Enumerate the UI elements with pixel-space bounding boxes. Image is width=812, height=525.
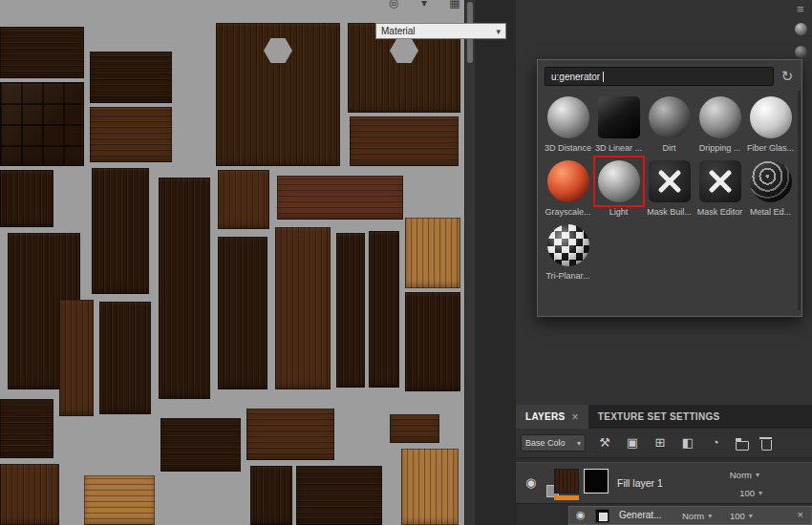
generator-thumbnail bbox=[598, 160, 640, 202]
blend-mode-dropdown[interactable]: Norm▾ bbox=[730, 470, 759, 480]
generator-thumbnail bbox=[649, 96, 691, 138]
generator-item-label: Mask Editor bbox=[694, 207, 745, 217]
close-tab-icon[interactable]: × bbox=[571, 410, 578, 424]
material-mode-dropdown[interactable]: Material ▾ bbox=[375, 23, 506, 39]
texture-plank bbox=[0, 170, 53, 227]
generator-item-mask-buil[interactable]: Mask Buil... bbox=[644, 158, 694, 217]
layer-name: Fill layer 1 bbox=[617, 477, 663, 489]
texture-plank bbox=[277, 176, 403, 220]
view-mode-dropdown-icon[interactable]: ▾ bbox=[417, 0, 432, 11]
viewport-scrollbar[interactable] bbox=[464, 0, 475, 525]
generator-item-label: 3D Distance bbox=[543, 143, 593, 153]
opacity-dropdown[interactable]: 100▾ bbox=[739, 488, 762, 498]
texture-viewport[interactable]: ◎▾▦ bbox=[0, 0, 475, 525]
generator-thumbnail bbox=[547, 160, 589, 202]
texture-plank bbox=[218, 170, 269, 229]
generator-item-label: Tri-Planar... bbox=[543, 271, 593, 281]
generator-grid: 3D Distance3D Linear ...DirtDripping ...… bbox=[538, 90, 801, 285]
generator-item-3d-distance[interactable]: 3D Distance bbox=[543, 94, 593, 153]
generator-thumbnail bbox=[547, 224, 589, 266]
generator-item-3d-linear[interactable]: 3D Linear ... bbox=[593, 94, 644, 153]
material-mode-label: Material bbox=[381, 26, 416, 36]
texture-plank bbox=[350, 116, 459, 166]
generator-item-label: Light bbox=[593, 207, 644, 217]
refresh-icon[interactable]: ↻ bbox=[780, 68, 795, 85]
texture-plank bbox=[92, 168, 149, 294]
generator-effect-thumbnail[interactable] bbox=[595, 509, 609, 523]
remove-effect-icon[interactable]: × bbox=[798, 509, 803, 520]
add-folder-icon[interactable] bbox=[736, 441, 749, 451]
texture-plank bbox=[390, 414, 439, 443]
texture-plank bbox=[336, 233, 365, 388]
texture-plank bbox=[275, 227, 331, 389]
blend-mode-dropdown[interactable]: Norm▾ bbox=[682, 511, 712, 521]
add-fill-layer-icon[interactable]: ⊞ bbox=[652, 435, 668, 451]
visibility-eye-icon[interactable]: ◉ bbox=[576, 509, 586, 521]
opacity-dropdown[interactable]: 100▾ bbox=[730, 511, 753, 521]
generator-item-tri-planar[interactable]: Tri-Planar... bbox=[543, 221, 593, 281]
fill-layer-mask-thumbnail[interactable] bbox=[584, 469, 609, 494]
texture-plank bbox=[0, 27, 84, 78]
tab-layers-label: LAYERS bbox=[525, 411, 565, 422]
tab-texture-set-settings[interactable]: TEXTURE SET SETTINGS bbox=[588, 405, 730, 429]
texture-plank bbox=[90, 107, 172, 162]
paint-tools-icon[interactable]: ⚒ bbox=[597, 435, 612, 451]
generator-item-label: Dripping ... bbox=[694, 143, 745, 153]
generator-item-mask-editor[interactable]: Mask Editor bbox=[694, 158, 745, 217]
add-smart-material-icon[interactable]: ◔ bbox=[708, 435, 723, 451]
layer-row-generator[interactable]: ◉ Generat... Norm▾ 100▾ × bbox=[568, 506, 812, 525]
dock-tabbar: LAYERS × TEXTURE SET SETTINGS bbox=[516, 405, 812, 429]
text-caret bbox=[603, 72, 604, 82]
texture-plank bbox=[159, 178, 210, 399]
panel-gutter bbox=[475, 0, 517, 525]
plank-hole bbox=[264, 38, 292, 63]
texture-plank bbox=[99, 302, 151, 414]
generator-item-fiber-glas[interactable]: Fiber Glas... bbox=[745, 94, 796, 153]
generator-thumbnail bbox=[699, 160, 741, 202]
texture-plank bbox=[405, 292, 460, 391]
channel-dropdown[interactable]: Base Colo ▾ bbox=[521, 434, 586, 452]
add-effect-icon[interactable]: ◧ bbox=[680, 435, 695, 451]
chevron-down-icon: ▾ bbox=[759, 489, 762, 497]
texture-plank bbox=[218, 237, 267, 389]
generator-thumbnail bbox=[699, 96, 741, 138]
delete-layer-icon[interactable] bbox=[761, 440, 772, 451]
texture-plank bbox=[405, 218, 460, 288]
generator-search-input[interactable]: u:generator bbox=[545, 67, 774, 86]
generator-thumbnail bbox=[547, 96, 589, 138]
generator-item-grayscale[interactable]: Grayscale... bbox=[543, 158, 593, 217]
texture-plank bbox=[216, 23, 340, 166]
tab-layers[interactable]: LAYERS × bbox=[516, 405, 588, 429]
search-value: u:generator bbox=[551, 72, 600, 82]
panel-menu-icon[interactable]: ≡ bbox=[797, 2, 804, 16]
generator-item-metal-ed[interactable]: Metal Ed... bbox=[745, 158, 796, 217]
chevron-down-icon: ▾ bbox=[756, 471, 759, 479]
layer-row-fill-layer-1[interactable]: ◉ Fill layer 1 Norm▾ 100▾ bbox=[516, 462, 812, 504]
chevron-down-icon: ▾ bbox=[708, 512, 712, 520]
fill-layer-color-thumbnail[interactable] bbox=[554, 469, 579, 494]
shader-settings-icon[interactable] bbox=[795, 46, 807, 58]
generator-item-label: Dirt bbox=[644, 143, 694, 153]
visibility-eye-icon[interactable]: ◉ bbox=[525, 475, 536, 490]
chevron-down-icon: ▾ bbox=[749, 512, 753, 520]
generator-item-light[interactable]: Light bbox=[593, 158, 644, 217]
texture-plank bbox=[246, 409, 334, 460]
add-layer-icon[interactable]: ▣ bbox=[625, 435, 640, 451]
snap-icon[interactable]: ◎ bbox=[386, 0, 401, 11]
generator-item-dirt[interactable]: Dirt bbox=[644, 94, 694, 153]
generator-thumbnail bbox=[750, 160, 792, 202]
texture-plank bbox=[160, 418, 241, 472]
generator-item-dripping[interactable]: Dripping ... bbox=[694, 94, 745, 153]
texture-plank bbox=[0, 82, 84, 166]
generator-thumbnail bbox=[649, 160, 691, 202]
display-settings-icon[interactable] bbox=[795, 23, 807, 35]
layers-toolbar: Base Colo ▾ ⚒▣⊞◧◔ bbox=[516, 429, 812, 458]
generator-item-label: Grayscale... bbox=[543, 207, 593, 217]
plank-hole bbox=[390, 38, 418, 63]
fill-layer-color-bar bbox=[554, 495, 579, 500]
grid-icon[interactable]: ▦ bbox=[447, 0, 462, 11]
generator-item-label: Fiber Glas... bbox=[745, 143, 796, 153]
texture-plank bbox=[0, 399, 53, 458]
generator-thumbnail bbox=[750, 96, 792, 138]
generator-thumbnail bbox=[598, 96, 640, 138]
